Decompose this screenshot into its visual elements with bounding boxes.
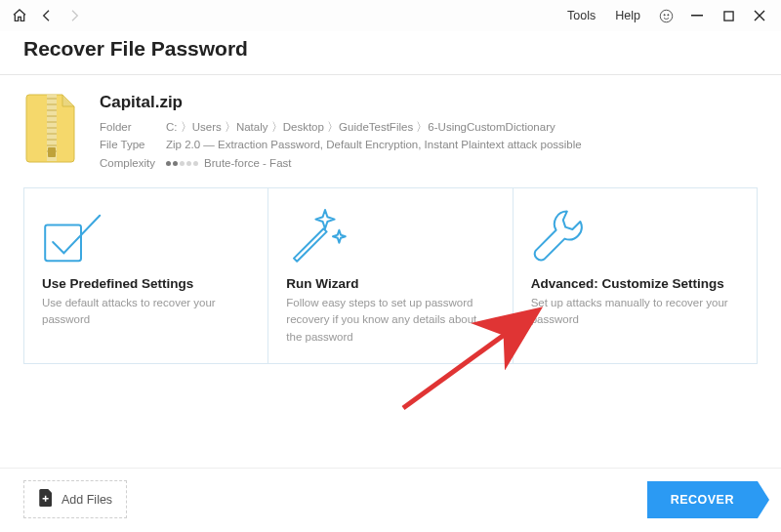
svg-rect-3 xyxy=(691,15,703,17)
wand-icon xyxy=(286,204,494,266)
zip-file-icon xyxy=(23,93,80,163)
svg-point-1 xyxy=(664,14,665,15)
meta-label-folder: Folder xyxy=(100,118,166,136)
card-advanced[interactable]: Advanced: Customize Settings Set up atta… xyxy=(513,188,757,363)
main-content: Capital.zip Folder C: 〉Users 〉Nataly 〉De… xyxy=(0,75,781,468)
meta-value-type: Zip 2.0 — Extraction Password, Default E… xyxy=(166,136,582,153)
svg-point-2 xyxy=(667,14,668,15)
menu-tools[interactable]: Tools xyxy=(557,9,605,22)
wrench-icon xyxy=(531,204,739,266)
page-header: Recover File Password xyxy=(0,31,781,75)
recover-button[interactable]: RECOVER xyxy=(647,481,758,518)
page-title: Recover File Password xyxy=(23,37,758,61)
attack-mode-cards: Use Predefined Settings Use default atta… xyxy=(23,187,758,364)
back-button[interactable] xyxy=(33,2,61,29)
meta-value-complexity: Brute-force - Fast xyxy=(166,154,291,172)
window-titlebar: Tools Help xyxy=(0,0,781,31)
card-predefined-title: Use Predefined Settings xyxy=(42,276,250,291)
file-name: Capital.zip xyxy=(100,93,758,112)
feedback-icon[interactable] xyxy=(650,2,681,29)
meta-label-type: File Type xyxy=(100,136,166,153)
svg-point-0 xyxy=(660,10,673,22)
file-summary: Capital.zip Folder C: 〉Users 〉Nataly 〉De… xyxy=(23,93,758,172)
window-minimize[interactable] xyxy=(681,2,713,29)
svg-rect-19 xyxy=(43,498,49,500)
meta-value-folder: C: 〉Users 〉Nataly 〉Desktop 〉GuideTestFil… xyxy=(166,118,555,136)
add-files-label: Add Files xyxy=(62,493,112,507)
home-button[interactable] xyxy=(6,2,33,29)
card-advanced-desc: Set up attacks manually to recover your … xyxy=(531,295,739,329)
card-wizard[interactable]: Run Wizard Follow easy steps to set up p… xyxy=(267,188,512,363)
card-predefined-desc: Use default attacks to recover your pass… xyxy=(42,295,250,329)
add-files-button[interactable]: Add Files xyxy=(23,480,127,518)
checkmark-icon xyxy=(42,204,250,266)
menu-help[interactable]: Help xyxy=(605,9,650,22)
window-close[interactable] xyxy=(744,2,775,29)
card-wizard-title: Run Wizard xyxy=(286,276,494,291)
card-wizard-desc: Follow easy steps to set up password rec… xyxy=(286,295,494,346)
window-maximize[interactable] xyxy=(713,2,744,29)
card-advanced-title: Advanced: Customize Settings xyxy=(531,276,739,291)
footer-bar: Add Files RECOVER xyxy=(0,468,781,532)
svg-rect-16 xyxy=(48,147,56,157)
complexity-dots xyxy=(166,161,198,166)
forward-button[interactable] xyxy=(61,2,88,29)
complexity-text: Brute-force - Fast xyxy=(204,157,291,169)
add-file-icon xyxy=(38,489,54,510)
meta-label-complexity: Complexity xyxy=(100,154,166,172)
svg-rect-17 xyxy=(45,225,81,262)
svg-rect-4 xyxy=(723,11,732,20)
card-predefined[interactable]: Use Predefined Settings Use default atta… xyxy=(24,188,267,363)
